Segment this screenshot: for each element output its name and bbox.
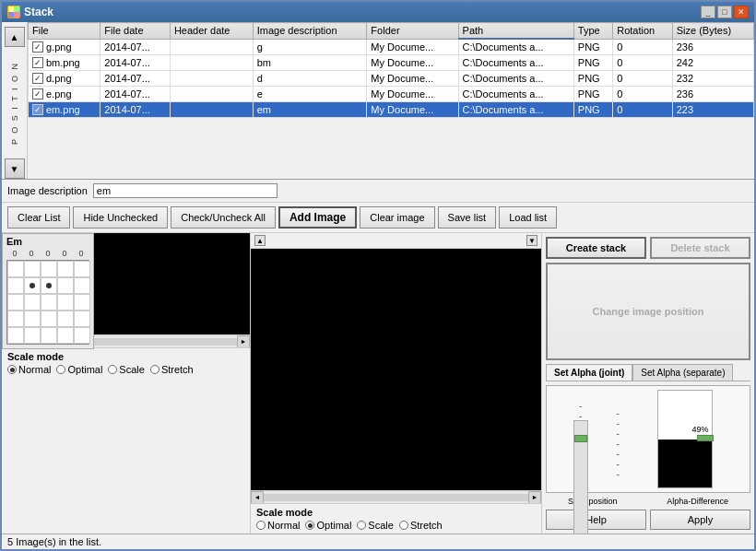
create-stack-button[interactable]: Create stack: [546, 237, 646, 259]
left-scale-normal[interactable]: Normal: [7, 364, 51, 375]
left-scroll-right[interactable]: ►: [237, 335, 250, 348]
image-description-input[interactable]: [93, 183, 278, 198]
right-scale-stretch[interactable]: Stretch: [399, 520, 443, 531]
svg-rect-0: [8, 6, 14, 12]
title-bar: Stack _ □ ✕: [2, 2, 754, 22]
window-title: Stack: [24, 6, 53, 18]
close-button[interactable]: ✕: [734, 6, 749, 18]
middle-scroll-up[interactable]: ▲: [254, 235, 266, 246]
middle-scroll-left[interactable]: ◄: [251, 491, 264, 504]
position-down-button[interactable]: ▼: [5, 158, 25, 179]
left-scale-section: Scale mode Normal Optimal: [2, 347, 250, 378]
left-scale-scale-radio[interactable]: [108, 365, 117, 374]
svg-rect-3: [14, 12, 19, 18]
save-list-button[interactable]: Save list: [438, 206, 497, 229]
minimize-button[interactable]: _: [701, 6, 715, 18]
change-image-position-button[interactable]: Change image position: [546, 263, 750, 360]
left-scale-optimal-radio[interactable]: [56, 365, 65, 374]
svg-rect-1: [14, 6, 19, 12]
grid-cell: [57, 277, 74, 294]
table-row[interactable]: d.png 2014-07... d My Docume... C:\Docum…: [29, 71, 754, 87]
grid-cell: [57, 294, 74, 311]
alpha-chart: 49%: [657, 390, 713, 488]
left-scale-stretch[interactable]: Stretch: [150, 364, 194, 375]
stack-buttons-row: Create stack Delete stack: [546, 237, 750, 259]
stackpos-slider-area: [572, 481, 590, 488]
delete-stack-button[interactable]: Delete stack: [650, 237, 750, 259]
alpha-pct-label: 49%: [691, 425, 708, 434]
col-size: Size (Bytes): [672, 23, 753, 40]
grid-cell: [41, 277, 57, 294]
right-scale-normal-radio[interactable]: [256, 521, 266, 530]
middle-panel: ▲ ▼ ◄ ► Scale mode Norma: [251, 233, 542, 533]
grid-coords: 00000: [3, 249, 93, 258]
middle-scroll-track[interactable]: [264, 494, 528, 501]
col-path: Path: [458, 23, 573, 40]
col-imgdesc: Image description: [253, 23, 367, 40]
stackpos-slider-track[interactable]: [573, 420, 588, 533]
middle-canvas: [251, 249, 541, 490]
col-folder: Folder: [367, 23, 458, 40]
table-row[interactable]: em.png 2014-07... em My Docume... C:\Doc…: [29, 102, 754, 118]
left-scale-normal-radio[interactable]: [7, 365, 17, 374]
grid-cell: [74, 294, 90, 311]
grid-cell: [24, 294, 41, 311]
table-row[interactable]: g.png 2014-07... g My Docume... C:\Docum…: [29, 39, 754, 55]
apply-button[interactable]: Apply: [650, 510, 750, 530]
clear-image-button[interactable]: Clear image: [360, 206, 434, 229]
row-checkbox[interactable]: [32, 88, 43, 100]
grid-cell: [57, 327, 74, 344]
right-scale-scale[interactable]: Scale: [357, 520, 394, 531]
clear-list-button[interactable]: Clear List: [7, 206, 70, 229]
tab-alpha-joint[interactable]: Set Alpha (joint): [546, 364, 632, 381]
left-scale-optimal[interactable]: Optimal: [56, 364, 102, 375]
right-scale-optimal-radio[interactable]: [305, 521, 314, 530]
alpha-diff-label: Alpha-Difference: [667, 497, 728, 506]
status-text: 5 Image(s) in the list.: [7, 536, 101, 547]
grid-cell: [7, 277, 24, 294]
tab-alpha-separate[interactable]: Set Alpha (separate): [632, 364, 733, 381]
row-checkbox[interactable]: [32, 104, 43, 115]
middle-scroll-down[interactable]: ▼: [526, 235, 537, 246]
grid-cell: [7, 311, 24, 327]
grid-cell: [7, 327, 24, 344]
hide-unchecked-button[interactable]: Hide Unchecked: [73, 206, 168, 229]
alpha-diff-column: 49%: [625, 390, 746, 488]
left-scale-stretch-radio[interactable]: [150, 365, 159, 374]
col-filedate: File date: [100, 23, 171, 40]
maximize-button[interactable]: □: [717, 6, 732, 18]
right-scale-stretch-radio[interactable]: [399, 521, 408, 530]
status-bar: 5 Image(s) in the list.: [2, 533, 754, 549]
right-scale-optimal[interactable]: Optimal: [305, 520, 351, 531]
grid-cell: [41, 261, 57, 277]
middle-header: ▲ ▼: [251, 233, 541, 249]
file-table[interactable]: File File date Header date Image descrip…: [28, 22, 754, 179]
alpha-slider-thumb[interactable]: [697, 435, 714, 441]
row-checkbox[interactable]: [32, 41, 43, 53]
check-uncheck-all-button[interactable]: Check/Uncheck All: [171, 206, 276, 229]
svg-rect-2: [8, 12, 14, 18]
row-checkbox[interactable]: [32, 57, 43, 68]
right-scale-scale-radio[interactable]: [357, 521, 366, 530]
grid-cell: [74, 277, 90, 294]
table-row[interactable]: e.png 2014-07... e My Docume... C:\Docum…: [29, 87, 754, 102]
middle-scrollbar-h[interactable]: ◄ ►: [251, 490, 541, 503]
col-file: File: [29, 23, 100, 40]
right-panel: Create stack Delete stack Change image p…: [542, 233, 754, 533]
left-panel: Em 00000 ◄: [2, 233, 251, 533]
stackpos-slider-thumb[interactable]: [574, 435, 587, 442]
load-list-button[interactable]: Load list: [499, 206, 557, 229]
alpha-tabs: Set Alpha (joint) Set Alpha (separate): [546, 364, 750, 381]
table-row[interactable]: bm.png 2014-07... bm My Docume... C:\Doc…: [29, 55, 754, 71]
right-scale-normal[interactable]: Normal: [256, 520, 300, 531]
table-container: ▲ P O S I T I O N ▼ File File date Heade…: [2, 22, 754, 179]
position-up-button[interactable]: ▲: [5, 27, 25, 47]
image-description-label: Image description: [7, 185, 88, 196]
right-scale-label: Scale mode: [256, 507, 536, 518]
add-image-button[interactable]: Add Image: [278, 206, 357, 229]
row-checkbox[interactable]: [32, 73, 43, 84]
left-scale-scale[interactable]: Scale: [108, 364, 145, 375]
middle-scroll-right[interactable]: ►: [528, 491, 541, 504]
grid-cell: [74, 311, 90, 327]
help-button[interactable]: Help: [546, 510, 646, 530]
